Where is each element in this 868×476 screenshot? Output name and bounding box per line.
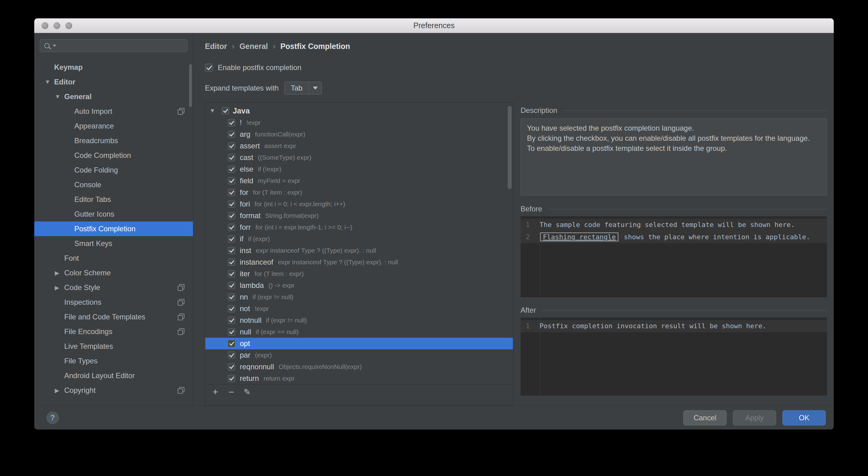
template-row-if[interactable]: ifif (expr) xyxy=(205,233,513,245)
template-row-iter[interactable]: iterfor (T item : expr) xyxy=(205,268,513,279)
template-checkbox[interactable] xyxy=(228,270,235,277)
template-row-cast[interactable]: cast((SomeType) expr) xyxy=(205,152,513,163)
template-name: format xyxy=(240,211,260,220)
template-checkbox[interactable] xyxy=(228,305,235,313)
sidebar-item-inspections[interactable]: Inspections xyxy=(34,295,193,309)
template-checkbox[interactable] xyxy=(228,317,235,324)
sidebar-item-gutter-icons[interactable]: Gutter Icons xyxy=(34,207,193,221)
sidebar-item-appearance[interactable]: Appearance xyxy=(34,119,193,133)
template-checkbox[interactable] xyxy=(228,200,235,208)
sidebar-item-code-completion[interactable]: Code Completion xyxy=(34,148,193,163)
template-checkbox[interactable] xyxy=(228,352,235,359)
template-row-nn[interactable]: nnif (expr != null) xyxy=(205,291,513,303)
collapse-arrow-icon[interactable]: ▼ xyxy=(210,108,218,114)
breadcrumb-item-editor[interactable]: Editor xyxy=(205,42,227,51)
template-group-java[interactable]: ▼Java xyxy=(205,105,513,117)
template-checkbox[interactable] xyxy=(228,328,235,335)
template-row-for[interactable]: forfor (T item : expr) xyxy=(205,187,513,198)
template-checkbox[interactable] xyxy=(228,247,235,254)
collapse-arrow-icon[interactable]: ▼ xyxy=(45,79,54,85)
template-row-idx-0[interactable]: !!expr xyxy=(205,117,513,128)
template-row-assert[interactable]: assertassert expr xyxy=(205,140,513,152)
apply-button[interactable]: Apply xyxy=(733,410,776,425)
template-row-inst[interactable]: instexpr instanceof Type ? ((Type) expr)… xyxy=(205,245,513,256)
template-row-reqnonnull[interactable]: reqnonnullObjects.requireNonNull(expr) xyxy=(205,361,513,373)
template-row-opt[interactable]: opt xyxy=(205,338,513,349)
sidebar-item-file-encodings[interactable]: File Encodings xyxy=(34,324,193,339)
sidebar-item-console[interactable]: Console xyxy=(34,177,193,192)
template-checkbox[interactable] xyxy=(228,340,235,347)
template-checkbox[interactable] xyxy=(228,142,235,150)
zoom-window-button[interactable] xyxy=(65,22,72,29)
expand-arrow-icon[interactable]: ▶ xyxy=(55,284,64,291)
sidebar-item-smart-keys[interactable]: Smart Keys xyxy=(34,236,193,251)
template-row-instanceof[interactable]: instanceofexpr instanceof Type ? ((Type)… xyxy=(205,256,513,268)
settings-search-input[interactable] xyxy=(40,39,187,52)
shared-settings-icon xyxy=(178,387,184,394)
template-checkbox[interactable] xyxy=(228,212,235,219)
template-checkbox[interactable] xyxy=(228,293,235,301)
template-checkbox[interactable] xyxy=(228,166,235,173)
template-row-field[interactable]: fieldmyField = expr xyxy=(205,175,513,187)
template-row-format[interactable]: formatString.format(expr) xyxy=(205,210,513,221)
sidebar-item-code-folding[interactable]: Code Folding xyxy=(34,163,193,177)
sidebar-item-editor[interactable]: ▼Editor xyxy=(34,75,193,89)
add-template-button[interactable]: + xyxy=(208,386,222,398)
sidebar-item-file-and-code-templates[interactable]: File and Code Templates xyxy=(34,309,193,324)
ok-button[interactable]: OK xyxy=(782,410,826,425)
cancel-button[interactable]: Cancel xyxy=(683,410,727,425)
template-row-forr[interactable]: forrfor (int i = expr.length-1; i >= 0; … xyxy=(205,221,513,233)
template-list-scrollbar[interactable] xyxy=(508,106,512,189)
sidebar-item-auto-import[interactable]: Auto Import xyxy=(34,104,193,119)
breadcrumb-item-postfix-completion[interactable]: Postfix Completion xyxy=(280,42,350,51)
template-checkbox[interactable] xyxy=(228,259,235,266)
minimize-window-button[interactable] xyxy=(54,22,60,29)
template-checkbox[interactable] xyxy=(228,177,235,184)
sidebar-item-general[interactable]: ▼General xyxy=(34,89,193,104)
sidebar-item-font[interactable]: Font xyxy=(34,251,193,266)
enable-postfix-checkbox[interactable] xyxy=(205,64,213,71)
template-row-fori[interactable]: forifor (int i = 0; i < expr.length; i++… xyxy=(205,198,513,210)
enable-postfix-row: Enable postfix completion xyxy=(205,63,834,72)
template-row-else[interactable]: elseif (!expr) xyxy=(205,163,513,175)
sidebar-item-breadcrumbs[interactable]: Breadcrumbs xyxy=(34,133,193,148)
template-checkbox[interactable] xyxy=(228,375,235,382)
chevron-down-icon[interactable] xyxy=(309,82,321,94)
template-checkbox[interactable] xyxy=(228,154,235,161)
template-row-null[interactable]: nullif (expr == null) xyxy=(205,326,513,338)
expand-arrow-icon[interactable]: ▶ xyxy=(55,269,64,276)
template-checkbox[interactable] xyxy=(228,119,235,126)
template-checkbox[interactable] xyxy=(228,189,235,196)
remove-template-button[interactable]: − xyxy=(224,386,238,398)
expand-arrow-icon[interactable]: ▶ xyxy=(55,387,64,394)
breadcrumb-item-general[interactable]: General xyxy=(240,42,268,51)
collapse-arrow-icon[interactable]: ▼ xyxy=(55,93,64,100)
sidebar-item-color-scheme[interactable]: ▶Color Scheme xyxy=(34,266,193,280)
close-window-button[interactable] xyxy=(41,22,48,29)
expand-templates-select[interactable]: Tab xyxy=(284,82,322,94)
sidebar-item-file-types[interactable]: File Types xyxy=(34,354,193,368)
template-checkbox[interactable] xyxy=(228,224,235,231)
template-row-arg[interactable]: argfunctionCall(expr) xyxy=(205,128,513,140)
sidebar-item-android-layout-editor[interactable]: Android Layout Editor xyxy=(34,368,193,383)
sidebar-item-live-templates[interactable]: Live Templates xyxy=(34,339,193,354)
group-checkbox[interactable] xyxy=(222,107,229,114)
template-checkbox[interactable] xyxy=(228,130,235,138)
search-history-chevron-icon[interactable] xyxy=(53,44,56,47)
template-row-notnull[interactable]: notnullif (expr != null) xyxy=(205,315,513,326)
template-row-not[interactable]: not!expr xyxy=(205,303,513,315)
edit-template-button[interactable]: ✎ xyxy=(240,386,254,398)
sidebar-item-keymap[interactable]: Keymap xyxy=(34,60,193,75)
template-checkbox[interactable] xyxy=(228,363,235,370)
template-row-return[interactable]: returnreturn expr xyxy=(205,373,513,384)
sidebar-item-code-style[interactable]: ▶Code Style xyxy=(34,280,193,295)
sidebar-item-postfix-completion[interactable]: Postfix Completion xyxy=(34,221,193,236)
template-checkbox[interactable] xyxy=(228,282,235,289)
template-row-lambda[interactable]: lambda() -> expr xyxy=(205,279,513,291)
help-button[interactable]: ? xyxy=(46,412,59,424)
sidebar-item-editor-tabs[interactable]: Editor Tabs xyxy=(34,192,193,207)
sidebar-scrollbar[interactable] xyxy=(189,64,192,107)
template-row-par[interactable]: par(expr) xyxy=(205,349,513,361)
sidebar-item-copyright[interactable]: ▶Copyright xyxy=(34,383,193,398)
template-checkbox[interactable] xyxy=(228,235,235,243)
